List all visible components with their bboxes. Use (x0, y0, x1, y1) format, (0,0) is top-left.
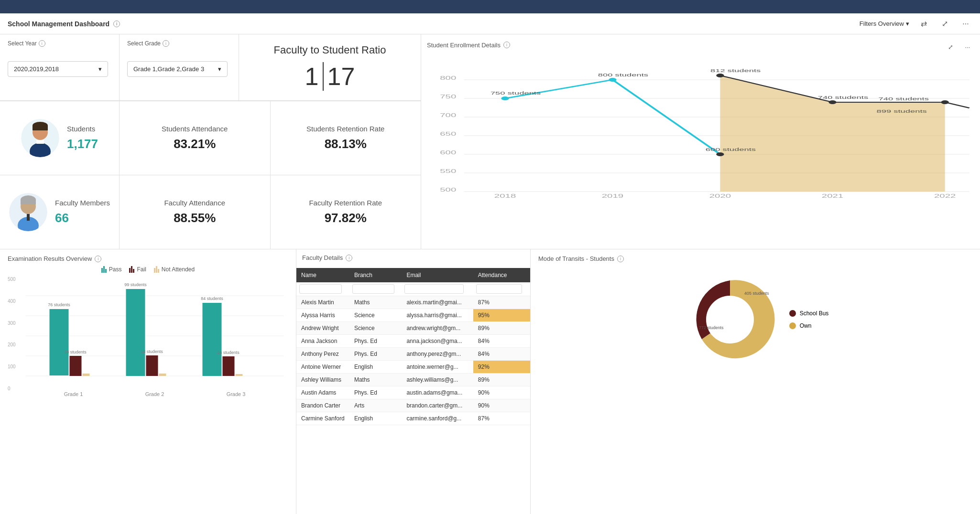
faculty-label: Faculty Members (55, 199, 110, 207)
col-email: Email (402, 268, 473, 282)
stats-row-2: Faculty Members 66 Faculty Attendance 88… (0, 175, 421, 249)
svg-point-36 (716, 74, 724, 77)
svg-text:2019: 2019 (602, 193, 624, 199)
svg-rect-53 (70, 356, 82, 376)
faculty-title: Faculty Details i (302, 254, 524, 261)
grade-select[interactable]: Grade 1,Grade 2,Grade 3 ▾ (127, 61, 228, 77)
svg-text:76 students: 76 students (48, 302, 70, 307)
svg-text:650: 650 (440, 131, 456, 137)
students-retention-value: 88.13% (325, 137, 367, 151)
transit-info-icon[interactable]: i (617, 256, 624, 262)
fail-icon (129, 266, 135, 273)
table-row: Alyssa HarrisSciencealyssa.harris@gmai..… (296, 309, 530, 322)
student-avatar (21, 119, 59, 157)
svg-rect-55 (83, 374, 90, 376)
enrollment-expand-icon[interactable]: ⤢ (944, 40, 957, 54)
svg-text:Grade 1: Grade 1 (64, 391, 83, 397)
svg-rect-5 (36, 140, 44, 144)
header: School Management Dashboard i Filters Ov… (0, 13, 980, 34)
svg-point-33 (501, 96, 509, 100)
year-chevron-icon: ▾ (98, 65, 102, 73)
svg-text:600 students: 600 students (706, 147, 756, 152)
ratio-title: Faculty to Student Ratio (274, 44, 386, 56)
faculty-filter-input-0[interactable] (299, 284, 342, 294)
enrollment-info-icon[interactable]: i (503, 42, 510, 48)
faculty-retention-card: Faculty Retention Rate 97.82% (271, 175, 421, 249)
svg-text:16 students: 16 students (217, 350, 240, 355)
own-color-icon (789, 322, 796, 329)
faculty-table-container[interactable]: Name Branch Email Attendance Alexis Mart… (296, 268, 530, 512)
year-info-icon[interactable]: i (39, 40, 45, 47)
enrollment-title-row: Student Enrollment Details i ⤢ ··· (427, 40, 974, 54)
svg-text:18 students: 18 students (141, 349, 163, 354)
filters-overview-button[interactable]: Filters Overview ▾ (860, 20, 909, 27)
students-attendance-card: Students Attendance 83.21% (120, 101, 271, 175)
grade-filter-box: Select Grade i Grade 1,Grade 2,Grade 3 ▾ (120, 34, 239, 100)
svg-point-34 (609, 78, 616, 82)
transit-title: Mode of Transits - Students i (538, 255, 972, 262)
students-retention-label: Students Retention Rate (306, 125, 384, 133)
faculty-avatar (9, 193, 47, 231)
stats-row: Students 1,177 Students Attendance 83.21… (0, 101, 421, 175)
faculty-attendance-card: Faculty Attendance 88.55% (120, 175, 271, 249)
main-content: Select Year i 2020,2019,2018 ▾ Select Gr… (0, 34, 980, 514)
year-select[interactable]: 2020,2019,2018 ▾ (8, 61, 108, 77)
left-panel: Select Year i 2020,2019,2018 ▾ Select Gr… (0, 34, 421, 249)
svg-text:2022: 2022 (934, 193, 956, 199)
svg-text:Grade 3: Grade 3 (227, 391, 246, 397)
svg-rect-61 (203, 303, 222, 376)
svg-text:800: 800 (440, 75, 456, 81)
svg-text:772 students: 772 students (699, 325, 724, 330)
header-info-icon[interactable]: i (113, 21, 120, 27)
school-bus-color-icon (789, 310, 796, 317)
svg-text:99 students: 99 students (124, 282, 147, 287)
col-branch: Branch (349, 268, 402, 282)
svg-text:750: 750 (440, 94, 456, 99)
transit-section: Mode of Transits - Students i (531, 249, 980, 514)
exam-chart-area: 76 students 18 students 99 students 18 s… (21, 277, 288, 406)
ratio-value: 1 17 (305, 62, 355, 91)
svg-point-35 (716, 152, 724, 156)
svg-rect-58 (146, 355, 158, 376)
table-row: Andrew WrightScienceandrew.wright@gm...8… (296, 322, 530, 335)
svg-text:2018: 2018 (494, 193, 516, 199)
exam-legend: Pass Fail Not Attended (8, 266, 288, 273)
expand-icon[interactable]: ⤢ (938, 17, 951, 31)
faculty-section: Faculty Details i Name Branch Email Atte… (296, 249, 531, 514)
faculty-filter-input-1[interactable] (352, 284, 394, 294)
faculty-card: Faculty Members 66 (0, 175, 120, 249)
students-card: Students 1,177 (0, 101, 120, 175)
exam-info-icon[interactable]: i (95, 256, 101, 262)
ratio-separator (323, 62, 324, 91)
not-attended-icon (154, 266, 160, 273)
pass-icon (101, 266, 107, 273)
enrollment-more-icon[interactable]: ··· (961, 40, 974, 54)
enrollment-panel: Student Enrollment Details i ⤢ ··· 500 5… (421, 34, 980, 249)
more-options-icon[interactable]: ··· (959, 17, 972, 31)
link-icon[interactable]: ⇄ (917, 17, 930, 31)
students-info: Students 1,177 (67, 125, 98, 151)
legend-fail: Fail (129, 266, 146, 273)
faculty-info-icon[interactable]: i (346, 255, 352, 261)
table-row: Alexis MartinMathsalexis.martin@gmai...8… (296, 296, 530, 309)
header-right: Filters Overview ▾ ⇄ ⤢ ··· (860, 17, 972, 31)
enrollment-title: Student Enrollment Details i (427, 42, 510, 49)
dashboard-title: School Management Dashboard (8, 20, 109, 28)
svg-rect-56 (126, 289, 145, 376)
transit-chart: 772 students 405 students School Bus Own (538, 272, 972, 367)
faculty-attendance-label: Faculty Attendance (164, 199, 225, 207)
faculty-filter-input-2[interactable] (404, 284, 464, 294)
ratio-box: Faculty to Student Ratio 1 17 (239, 34, 421, 100)
svg-text:Grade 2: Grade 2 (145, 391, 164, 397)
table-row: Anthony PerezPhys. Edanthony.perez@gm...… (296, 348, 530, 361)
faculty-filter-input-3[interactable] (476, 284, 522, 294)
top-section: Select Year i 2020,2019,2018 ▾ Select Gr… (0, 34, 980, 249)
faculty-header: Faculty Details i (296, 249, 530, 268)
col-attendance: Attendance (473, 268, 530, 282)
grade-info-icon[interactable]: i (163, 40, 169, 47)
svg-text:18 students: 18 students (64, 350, 87, 354)
svg-text:2020: 2020 (709, 193, 731, 199)
students-retention-card: Students Retention Rate 88.13% (271, 101, 421, 175)
exam-section: Examination Results Overview i Pass (0, 249, 296, 514)
table-row: Austin AdamsPhys. Edaustin.adams@gma...9… (296, 386, 530, 399)
